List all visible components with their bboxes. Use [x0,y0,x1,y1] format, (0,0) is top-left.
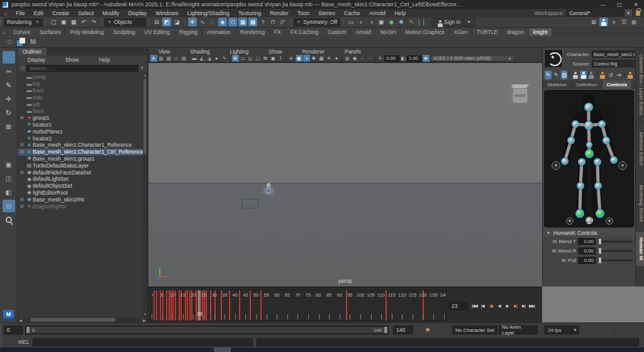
ik-value-field[interactable]: 0.00 [578,247,596,254]
right-expand-arrow[interactable]: ▼ [618,161,627,170]
ik-value-field[interactable]: 0.00 [578,238,596,245]
outliner-item[interactable]: defaultObjectSet [18,183,147,190]
expand-toggle-icon[interactable] [20,204,26,209]
resolution-gate-icon[interactable]: ◱ [247,55,254,62]
expand-toggle-icon[interactable] [20,115,26,120]
left-foot-arrow[interactable]: ▼ [566,217,574,225]
maximize-button[interactable]: ▢ [611,0,628,9]
edit-definition-icon[interactable]: ✎ [553,71,560,79]
color-management-icon[interactable]: ⊕ [423,55,430,62]
outliner-menu-item[interactable]: Display [18,57,55,63]
right-elbow-ctrl[interactable] [602,137,610,144]
camera-attributes-icon[interactable]: ▨ [165,55,172,62]
scale-tool[interactable]: ⊞ [3,120,15,133]
spine-ctrl[interactable] [586,142,592,148]
select-component-icon[interactable]: ◪ [172,18,181,26]
outliner-item[interactable]: group1 [18,115,147,122]
menu-item[interactable]: Cache [340,10,365,16]
tab-modeling-toolkit[interactable]: Modeling Toolkit [636,176,644,232]
ik-slider[interactable] [598,259,633,261]
select-hierarchy-icon[interactable]: ⊟ [152,18,161,26]
grid-icon[interactable]: ⊞ [232,55,239,62]
left-wrist-ctrl[interactable] [561,157,569,165]
view-cube[interactable]: FRONT [509,84,528,105]
cmdline-handle[interactable] [0,336,2,348]
viewport-menu-item[interactable]: Lighting [219,48,258,55]
shelf-item-circle[interactable] [8,40,12,44]
ik-slider[interactable] [598,241,633,242]
safe-title-icon[interactable]: T [277,55,284,62]
humanik-icon[interactable] [599,18,608,26]
undo-icon[interactable]: ↶ [79,18,88,26]
left-hip-ctrl[interactable] [578,158,586,166]
step-forward-key-button[interactable]: ▶| [511,302,519,310]
outliner-item[interactable]: back [18,108,147,115]
exposure-field[interactable]: 0.00 [384,55,399,62]
rotate-tool[interactable]: ↻ [3,106,15,119]
menu-set-select[interactable]: Rendering▼ [4,18,43,26]
ipr-render-icon[interactable]: ◑ [367,18,375,26]
select-tool[interactable] [3,51,15,64]
shelf-tab[interactable]: dragon [502,28,528,36]
right-shoulder-ctrl[interactable] [598,120,606,128]
animation-end-field[interactable]: 140 [393,326,413,334]
scroll-up-icon[interactable]: ▲ [143,72,147,78]
edit-character-icon[interactable]: ✎ [545,71,552,79]
outliner-item[interactable]: nurbsPlane1 [18,128,147,135]
multisample-icon[interactable]: ◍ [344,55,351,62]
snap-grid-icon[interactable]: ✛ [188,18,197,26]
exposure-icon[interactable]: ↻ [377,55,384,62]
statusline-handle[interactable] [0,17,2,28]
outliner-vscrollbar[interactable]: ▲ ▼ [143,72,147,317]
workspace-select[interactable]: General* [567,9,625,16]
menu-item[interactable]: Display [124,10,152,16]
step-forward-frame-button[interactable]: ▶| [519,302,528,310]
character-panel-tab[interactable]: Definition [572,81,602,89]
render-current-frame-icon[interactable]: ◐ [357,18,365,26]
open-scene-icon[interactable]: ▣ [59,18,68,26]
shaded-icon[interactable]: ◼ [296,55,303,62]
tab-attribute-editor[interactable]: Attribute Editor [636,122,644,176]
attribute-editor-icon[interactable]: ≡ [609,18,618,26]
outliner-item[interactable]: locator2 [18,135,147,142]
gamma-field[interactable]: 1.00 [407,55,422,62]
menu-item[interactable]: File [11,10,30,16]
viewport-menu-item[interactable]: View [148,48,180,55]
menu-item[interactable]: Edit [30,10,48,16]
redo-icon[interactable]: ↷ [89,18,98,26]
outliner-item[interactable]: defaultHideFaceDataSet [18,169,147,176]
viewport-canvas[interactable]: FRONT persp [148,63,542,287]
textured-icon[interactable]: ◑ [303,55,310,62]
viewport-menu-item[interactable]: Renderer [292,48,335,55]
shelf-tab[interactable]: MASH [376,28,401,36]
expand-toggle-icon[interactable] [20,170,26,175]
menu-item[interactable]: Stereo [314,10,340,16]
snap-custom-icon[interactable]: ? [258,18,267,26]
shelf-item-m[interactable]: M [30,38,36,45]
menu-item[interactable]: Help [390,10,411,16]
render-settings-icon[interactable]: ▣ [377,18,386,26]
shelf-item-cube-icon[interactable] [17,38,25,46]
workspace-dropdown-arrow[interactable]: ▼ [625,9,632,16]
outliner-item[interactable]: TurtleDefaultBakeLayer [18,162,147,169]
move-tool[interactable]: ✛ [3,93,15,105]
center-bottom-ctrl[interactable] [586,217,593,224]
track-selection-icon[interactable]: ▥ [158,55,165,62]
sign-in-button[interactable]: Sign In▼ [431,18,475,26]
right-hip-ctrl[interactable] [594,158,601,166]
ik-slider[interactable] [598,250,633,252]
shelf-tab[interactable]: knight [529,28,553,36]
left-expand-arrow[interactable]: ▼ [552,161,560,170]
workspace-lock-icon[interactable] [636,11,640,16]
snap-view-plane-icon[interactable]: □ [228,18,237,26]
menu-item[interactable]: Texturing [234,10,266,16]
colorspace-select[interactable]: ACES 1.0 SDR-video (sRGB)▼ [431,55,514,62]
menu-item[interactable]: Toon [293,10,314,16]
shelf-tab[interactable]: XGen [450,28,473,36]
menu-item[interactable]: Select [74,10,98,16]
current-frame-field[interactable]: 23 [449,302,468,310]
shelf-tab[interactable]: Motion Graphics [401,28,450,36]
character-icon[interactable] [580,71,587,79]
symmetry-select[interactable]: ▼Symmetry: Off [294,18,340,26]
tab-channel-box[interactable]: Channel Box / Layer Editor [636,48,644,122]
